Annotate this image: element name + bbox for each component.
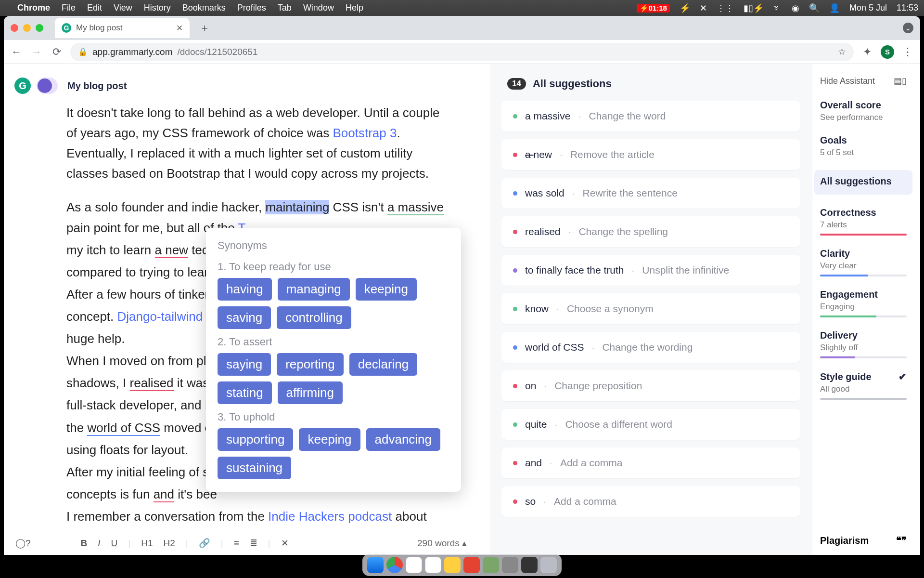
highlight-green[interactable]: a massive — [387, 200, 444, 215]
link-button[interactable]: 🔗 — [199, 538, 210, 549]
synonym-chip[interactable]: keeping — [299, 428, 360, 451]
window-maximize-button[interactable] — [36, 24, 43, 32]
menu-view[interactable]: View — [114, 3, 132, 13]
rail-delivery[interactable]: Delivery Slightly off — [820, 330, 907, 358]
highlight-red[interactable]: a new — [155, 243, 188, 258]
synonym-chip[interactable]: saving — [218, 306, 271, 329]
clear-format-button[interactable]: ✕ — [281, 538, 289, 549]
x-icon[interactable]: ✕ — [700, 3, 707, 13]
battery-icon[interactable]: ▮▯⚡ — [744, 3, 764, 13]
bolt-icon[interactable]: ⚡ — [680, 3, 690, 13]
tab-close-icon[interactable]: ✕ — [176, 23, 183, 33]
dock-app-icon[interactable] — [483, 557, 499, 573]
rail-correctness[interactable]: Correctness 7 alerts — [820, 207, 907, 236]
menu-history[interactable]: History — [144, 3, 171, 13]
rail-overall-score[interactable]: Overall score See performance — [820, 100, 907, 122]
help-icon[interactable]: ◯? — [15, 538, 31, 549]
synonym-chip[interactable]: sustaining — [218, 457, 291, 479]
document-title[interactable]: My blog post — [67, 80, 127, 92]
highlight-blue[interactable]: world of CSS — [87, 420, 160, 436]
window-close-button[interactable] — [11, 24, 18, 32]
underline-button[interactable]: U — [111, 538, 118, 549]
synonym-chip[interactable]: having — [218, 278, 272, 301]
selected-word[interactable]: maintaining — [265, 200, 329, 214]
menubar-date[interactable]: Mon 5 Jul — [849, 3, 887, 13]
rail-engagement[interactable]: Engagement Engaging — [820, 289, 907, 317]
menu-help[interactable]: Help — [346, 3, 363, 13]
menubar-app-icon[interactable]: ⋮⋮ — [717, 3, 734, 13]
menu-window[interactable]: Window — [303, 3, 334, 13]
suggestion-card[interactable]: a new·Remove the article — [501, 139, 800, 170]
extensions-icon[interactable]: ✦ — [860, 46, 874, 58]
rail-all-suggestions[interactable]: All suggestions — [814, 170, 912, 195]
timer-status[interactable]: ⚡01:18 — [637, 4, 670, 13]
grammarly-logo-icon[interactable]: G — [14, 78, 31, 94]
back-button[interactable]: ← — [10, 46, 23, 58]
suggestion-card[interactable]: realised·Change the spelling — [501, 216, 800, 247]
spotlight-icon[interactable]: 🔍 — [809, 3, 820, 13]
bookmark-star-icon[interactable]: ☆ — [838, 46, 846, 57]
menu-bookmarks[interactable]: Bookmarks — [182, 3, 226, 13]
rail-clarity[interactable]: Clarity Very clear — [820, 248, 907, 276]
new-tab-button[interactable]: ＋ — [194, 21, 215, 35]
synonym-chip[interactable]: saying — [218, 353, 271, 376]
rail-goals[interactable]: Goals 5 of 5 set — [820, 135, 907, 158]
suggestion-card[interactable]: was sold·Rewrite the sentence — [501, 178, 800, 209]
menu-app[interactable]: Chrome — [17, 3, 50, 13]
assistant-toggle[interactable] — [37, 78, 58, 94]
dock-app-icon[interactable] — [406, 557, 422, 573]
suggestion-card[interactable]: to finally face the truth·Unsplit the in… — [501, 255, 800, 286]
user-icon[interactable]: 👤 — [829, 3, 840, 13]
unordered-list-button[interactable]: ≣ — [250, 538, 257, 549]
synonym-chip[interactable]: managing — [278, 278, 350, 301]
suggestion-card[interactable]: world of CSS·Change the wording — [501, 332, 800, 363]
ordered-list-button[interactable]: ≡ — [234, 538, 239, 549]
h1-button[interactable]: H1 — [141, 538, 153, 549]
suggestion-card[interactable]: on·Change preposition — [501, 370, 800, 401]
synonym-chip[interactable]: reporting — [277, 353, 344, 376]
control-center-icon[interactable]: ◉ — [792, 3, 799, 13]
link-bootstrap[interactable]: Bootstrap 3 — [333, 126, 397, 140]
wifi-icon[interactable]: ᯤ — [773, 3, 782, 13]
tab-overflow-icon[interactable]: ⌄ — [903, 23, 913, 33]
suggestion-card[interactable]: so·Add a comma — [501, 486, 800, 517]
menu-tab[interactable]: Tab — [278, 3, 292, 13]
synonym-chip[interactable]: supporting — [218, 428, 293, 451]
menu-edit[interactable]: Edit — [87, 3, 102, 13]
rail-style-guide[interactable]: Style guide✔ All good — [820, 371, 907, 400]
dock-app-icon[interactable] — [463, 557, 480, 573]
address-bar[interactable]: 🔒 app.grammarly.com/ddocs/1215020651 ☆ — [70, 43, 854, 61]
word-count[interactable]: 290 words ▴ — [417, 538, 467, 549]
dock-finder-icon[interactable] — [367, 557, 384, 573]
synonym-chip[interactable]: declaring — [349, 353, 418, 376]
rail-plagiarism[interactable]: Plagiarism ❝❞ — [820, 535, 907, 546]
dock-trash-icon[interactable] — [540, 557, 557, 573]
suggestion-card[interactable]: a massive·Change the word — [501, 101, 800, 131]
synonym-chip[interactable]: affirming — [278, 381, 343, 404]
browser-tab[interactable]: G My blog post ✕ — [55, 18, 190, 38]
dock-app-icon[interactable] — [444, 557, 461, 573]
highlight-red[interactable]: realised — [130, 376, 174, 391]
menu-file[interactable]: File — [62, 3, 76, 13]
forward-button[interactable]: → — [30, 46, 43, 58]
reload-button[interactable]: ⟳ — [50, 46, 64, 58]
highlight-red[interactable]: and — [154, 487, 174, 502]
bold-button[interactable]: B — [81, 538, 88, 549]
dock-chrome-icon[interactable] — [386, 557, 403, 573]
h2-button[interactable]: H2 — [164, 538, 175, 549]
dock-app-icon[interactable] — [425, 557, 441, 573]
profile-avatar[interactable]: S — [881, 45, 894, 59]
italic-button[interactable]: I — [98, 538, 100, 549]
link-django-tailwind[interactable]: Django-tailwind — [117, 309, 203, 324]
synonym-chip[interactable]: stating — [218, 381, 272, 404]
link-indie-hackers[interactable]: Indie Hackers podcast — [268, 509, 392, 524]
hide-assistant-button[interactable]: Hide Assistant — [820, 76, 875, 86]
menubar-clock[interactable]: 11:53 — [897, 3, 918, 13]
synonym-chip[interactable]: keeping — [356, 278, 417, 301]
layout-toggle-icon[interactable]: ▤▯ — [894, 76, 907, 86]
window-minimize-button[interactable] — [23, 24, 31, 32]
dock-app-icon[interactable] — [521, 557, 538, 573]
dock-app-icon[interactable] — [502, 557, 518, 573]
synonym-chip[interactable]: controlling — [277, 306, 351, 329]
synonym-chip[interactable]: advancing — [366, 428, 441, 451]
